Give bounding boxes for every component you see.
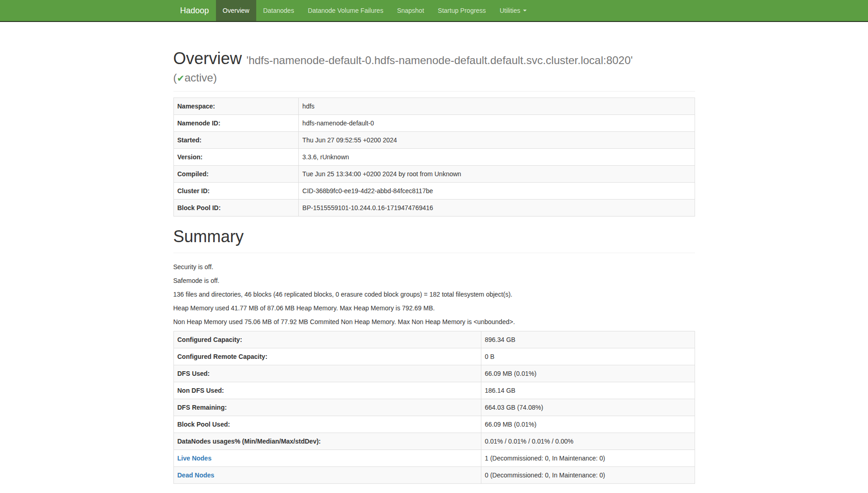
nav-item-datanode-volume-failures[interactable]: Datanode Volume Failures — [301, 0, 390, 21]
row-value: 1 (Decommissioned: 0, In Maintenance: 0) — [481, 450, 695, 466]
row-label: Compiled: — [173, 165, 298, 182]
table-row: Started: Thu Jun 27 09:52:55 +0200 2024 — [173, 131, 695, 148]
table-row: Version: 3.3.6, rUnknown — [173, 148, 695, 165]
navbar-container: Hadoop Overview Datanodes Datanode Volum… — [167, 0, 702, 21]
row-value: Thu Jun 27 09:52:55 +0200 2024 — [298, 131, 695, 148]
status-open-paren: ( — [173, 71, 177, 84]
nav-item-datanodes[interactable]: Datanodes — [256, 0, 301, 21]
nav-item-overview[interactable]: Overview — [216, 0, 256, 21]
table-row: Dead Nodes 0 (Decommissioned: 0, In Main… — [173, 466, 695, 483]
row-label: Cluster ID: — [173, 182, 298, 199]
table-row: DFS Used: 66.09 MB (0.01%) — [173, 365, 695, 382]
page-title: Overview 'hdfs-namenode-default-0.hdfs-n… — [173, 48, 695, 86]
namenode-info-table: Namespace: hdfs Namenode ID: hdfs-nameno… — [173, 98, 695, 217]
security-status-text: Security is off. — [173, 262, 695, 271]
table-row: DataNodes usages% (Min/Median/Max/stdDev… — [173, 433, 695, 450]
table-row: Block Pool Used: 66.09 MB (0.01%) — [173, 416, 695, 433]
table-row: Namespace: hdfs — [173, 98, 695, 114]
row-value: Tue Jun 25 13:34:00 +0200 2024 by root f… — [298, 165, 695, 182]
row-value: BP-1515559101-10.244.0.16-1719474769416 — [298, 199, 695, 216]
top-navbar: Hadoop Overview Datanodes Datanode Volum… — [0, 0, 868, 22]
nav-item-utilities-dropdown[interactable]: Utilities — [493, 0, 534, 21]
row-label: DataNodes usages% (Min/Median/Max/stdDev… — [173, 433, 481, 450]
table-row: Cluster ID: CID-368b9fc0-ee19-4d22-abbd-… — [173, 182, 695, 199]
nav-item-snapshot[interactable]: Snapshot — [390, 0, 431, 21]
row-label: Started: — [173, 131, 298, 148]
brand-hadoop[interactable]: Hadoop — [173, 0, 216, 21]
table-row: Compiled: Tue Jun 25 13:34:00 +0200 2024… — [173, 165, 695, 182]
summary-title: Summary — [173, 226, 695, 248]
row-label: Block Pool ID: — [173, 199, 298, 216]
row-value: 0 (Decommissioned: 0, In Maintenance: 0) — [481, 466, 695, 483]
table-row: Configured Remote Capacity: 0 B — [173, 348, 695, 365]
row-value: CID-368b9fc0-ee19-4d22-abbd-84fcec8117be — [298, 182, 695, 199]
safemode-status-text: Safemode is off. — [173, 276, 695, 285]
row-label: Version: — [173, 148, 298, 165]
status-active-label: active) — [184, 71, 217, 84]
summary-header: Summary — [173, 226, 695, 253]
nav-item-startup-progress[interactable]: Startup Progress — [431, 0, 493, 21]
row-value: 66.09 MB (0.01%) — [481, 365, 695, 382]
caret-down-icon — [523, 10, 527, 11]
dead-nodes-link[interactable]: Dead Nodes — [178, 471, 215, 479]
main-content: Overview 'hdfs-namenode-default-0.hdfs-n… — [167, 48, 702, 484]
row-value: 0 B — [481, 348, 695, 365]
row-value: 896.34 GB — [481, 331, 695, 348]
row-label: Namenode ID: — [173, 114, 298, 131]
heap-memory-text: Heap Memory used 41.77 MB of 87.06 MB He… — [173, 303, 695, 313]
row-label: Non DFS Used: — [173, 382, 481, 399]
table-row: Namenode ID: hdfs-namenode-default-0 — [173, 114, 695, 131]
live-nodes-link[interactable]: Live Nodes — [178, 455, 212, 462]
row-label: DFS Remaining: — [173, 399, 481, 416]
non-heap-memory-text: Non Heap Memory used 75.06 MB of 77.92 M… — [173, 317, 695, 326]
namenode-host-address: 'hdfs-namenode-default-0.hdfs-namenode-d… — [247, 54, 633, 66]
row-value: hdfs-namenode-default-0 — [298, 114, 695, 131]
overview-title-text: Overview — [173, 49, 242, 68]
row-label: Configured Remote Capacity: — [173, 348, 481, 365]
table-row: Live Nodes 1 (Decommissioned: 0, In Main… — [173, 450, 695, 466]
row-label: DFS Used: — [173, 365, 481, 382]
row-label: Namespace: — [173, 98, 298, 114]
filesystem-objects-text: 136 files and directories, 46 blocks (46… — [173, 290, 695, 299]
table-row: DFS Remaining: 664.03 GB (74.08%) — [173, 399, 695, 416]
row-value: 66.09 MB (0.01%) — [481, 416, 695, 433]
row-value: 664.03 GB (74.08%) — [481, 399, 695, 416]
table-row: Configured Capacity: 896.34 GB — [173, 331, 695, 348]
navbar-menu: Overview Datanodes Datanode Volume Failu… — [216, 0, 534, 21]
summary-table: Configured Capacity: 896.34 GB Configure… — [173, 331, 695, 484]
namenode-status: (✔active) — [173, 70, 695, 86]
row-value: hdfs — [298, 98, 695, 114]
nav-item-utilities-label: Utilities — [500, 7, 520, 14]
check-icon: ✔ — [177, 73, 185, 83]
row-value: 3.3.6, rUnknown — [298, 148, 695, 165]
overview-header: Overview 'hdfs-namenode-default-0.hdfs-n… — [173, 48, 695, 92]
row-value: 0.01% / 0.01% / 0.01% / 0.00% — [481, 433, 695, 450]
table-row: Non DFS Used: 186.14 GB — [173, 382, 695, 399]
row-label: Block Pool Used: — [173, 416, 481, 433]
table-row: Block Pool ID: BP-1515559101-10.244.0.16… — [173, 199, 695, 216]
row-value: 186.14 GB — [481, 382, 695, 399]
row-label: Configured Capacity: — [173, 331, 481, 348]
